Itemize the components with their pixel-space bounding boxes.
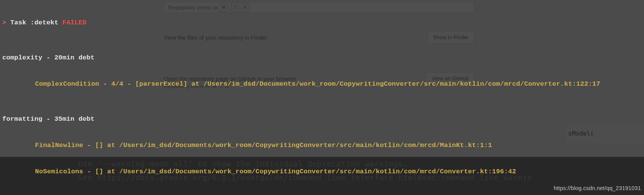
build-console-output[interactable]: > Task :detekt FAILED complexity - 20min…	[0, 0, 644, 195]
section-formatting-header: formatting - 35min debt	[0, 115, 644, 123]
prompt-icon: >	[2, 19, 10, 26]
rule-line: FinalNewline - [] at /Users/im_dsd/Docum…	[0, 141, 644, 150]
task-status: FAILED	[58, 19, 87, 26]
rule-line: ComplexCondition - 4/4 - [parserExcel] a…	[0, 80, 644, 88]
task-name: Task :detekt	[10, 19, 58, 26]
task-line: > Task :detekt FAILED	[0, 18, 644, 27]
watermark: https://blog.csdn.net/qq_23191031	[554, 184, 641, 193]
section-complexity-header: complexity - 20min debt	[0, 53, 644, 62]
rule-line: NoWildcardImports - [] at /Users/im_dsd/…	[0, 193, 644, 195]
rule-line: NoSemicolons - [] at /Users/im_dsd/Docum…	[0, 167, 644, 176]
